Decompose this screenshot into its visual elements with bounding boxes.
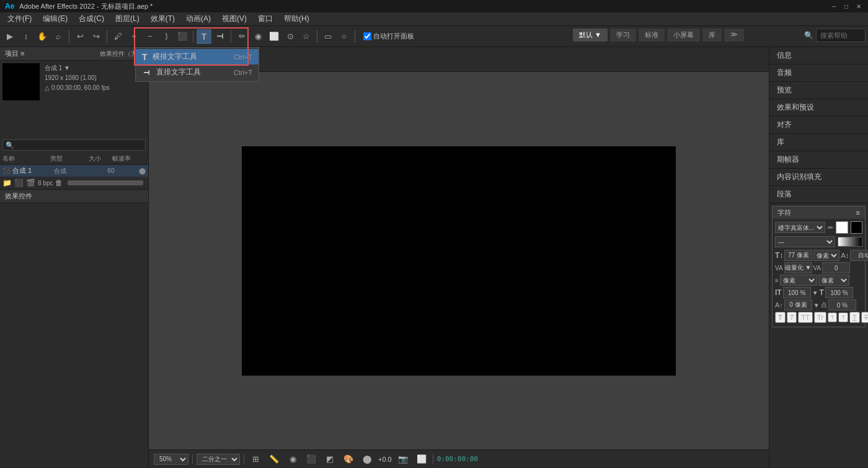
char-scaleh-dropdown[interactable]: ▼ (812, 289, 818, 296)
tool-shape-rect[interactable]: ▭ (321, 29, 335, 44)
tool-vert-text[interactable]: T (213, 29, 228, 44)
right-align[interactable]: 对齐 (769, 117, 868, 134)
char-btn-allcaps[interactable]: TT (798, 312, 812, 323)
auto-open-panel-label[interactable]: 自动打开面板 (363, 32, 414, 41)
project-row-comp1[interactable]: ⬛ 合成 1 合成 60 ⬤ (0, 165, 148, 177)
vc-btn-color[interactable]: 🎨 (341, 452, 356, 467)
menu-window[interactable]: 窗口 (253, 12, 278, 25)
char-font-select[interactable]: 楼字真富体... (775, 222, 825, 233)
proj-btn-footage[interactable]: 🎬 (26, 179, 35, 187)
char-track-input[interactable] (784, 262, 812, 273)
tool-shape-ellipse[interactable]: ○ (337, 29, 352, 44)
char-scalev-input[interactable] (825, 287, 853, 298)
char-btn-sub[interactable]: T (838, 312, 848, 322)
right-tracker[interactable]: 期帧器 (769, 151, 868, 169)
char-btn-smallcaps[interactable]: Tr (814, 312, 826, 323)
proj-btn-trash[interactable]: 🗑 (55, 179, 63, 187)
tool-stamp[interactable]: ◉ (250, 29, 265, 44)
vc-zoom-select[interactable]: 50% 100% 25% (154, 454, 188, 465)
ws-tab-default[interactable]: 默认 ▼ (573, 29, 608, 42)
ws-tab-learn[interactable]: 学习 (610, 29, 636, 42)
char-scaleh-input[interactable] (783, 287, 811, 298)
tool-convert[interactable]: ⟩ (159, 29, 174, 44)
char-size-unit[interactable]: 像素 (813, 250, 839, 261)
char-btn-strike[interactable]: T (861, 312, 868, 323)
tool-pen[interactable]: 🖊 (110, 29, 125, 44)
char-btn-underline[interactable]: T (849, 312, 860, 323)
tool-roto[interactable]: ⊙ (283, 29, 298, 44)
auto-open-panel-checkbox[interactable] (363, 32, 371, 40)
right-audio[interactable]: 音频 (769, 64, 868, 82)
ws-tab-library[interactable]: 库 (702, 29, 722, 42)
vc-btn-showtransparency[interactable]: ⬜ (414, 452, 429, 467)
proj-btn-folder[interactable]: 📁 (2, 179, 12, 187)
tool-puppet[interactable]: ☆ (299, 29, 314, 44)
tool-mask[interactable]: ⬛ (175, 29, 190, 44)
proj-btn-comp[interactable]: ⬛ (14, 179, 24, 187)
tool-brush[interactable]: ✏ (234, 29, 249, 44)
dropdown-vertical-text[interactable]: T 直排文字工具 Ctrl+T (136, 64, 259, 80)
close-button[interactable]: ✕ (854, 2, 863, 11)
right-content-aware[interactable]: 内容识别填充 (769, 169, 868, 186)
minimize-button[interactable]: ─ (830, 2, 838, 11)
char-color-fill[interactable] (836, 221, 848, 234)
char-indent-select[interactable]: 像素 (818, 275, 849, 286)
tool-eraser[interactable]: ⬜ (267, 29, 281, 44)
menu-help[interactable]: 帮助(H) (279, 12, 314, 25)
right-paragraph[interactable]: 段落 (769, 186, 868, 203)
project-row-rate: 60 (107, 167, 136, 174)
maximize-button[interactable]: □ (842, 2, 851, 11)
left-panel: 项目 ≡ 效果控件（无） 合成 1 ▼ 1920 x 1080 (1.00) △… (0, 47, 149, 468)
vc-btn-snapshot[interactable]: 📷 (396, 452, 410, 467)
ws-tab-small[interactable]: 小屏幕 (667, 29, 700, 42)
vc-btn-mask[interactable]: ◉ (285, 452, 300, 467)
vc-btn-alpha[interactable]: ◩ (322, 452, 337, 467)
menu-edit[interactable]: 编辑(E) (38, 12, 73, 25)
char-bshift-input[interactable] (784, 299, 812, 311)
tool-rotate[interactable]: ↩ (73, 29, 87, 44)
tool-redo[interactable]: ↪ (89, 29, 104, 44)
tool-select[interactable]: ▶ (2, 29, 17, 44)
dropdown-horizontal-text[interactable]: T 横排文字工具 Ctrl+T (136, 49, 259, 64)
menu-layer[interactable]: 图层(L) (110, 12, 144, 25)
char-pencil-icon[interactable]: ✏ (828, 224, 833, 232)
tool-hand[interactable]: ✋ (35, 29, 50, 44)
vc-quality-select[interactable]: 二分之一 完整 四分之一 (197, 454, 240, 465)
char-btn-bold[interactable]: T (775, 312, 786, 323)
vc-btn-ruler[interactable]: 📏 (267, 452, 281, 467)
right-library[interactable]: 库 (769, 134, 868, 151)
menu-animation[interactable]: 动画(A) (181, 12, 216, 25)
char-panel-menu[interactable]: ≡ (856, 209, 860, 216)
tool-text[interactable]: T (197, 29, 211, 44)
right-info[interactable]: 信息 (769, 47, 868, 64)
menu-comp[interactable]: 合成(C) (74, 12, 109, 25)
menu-view[interactable]: 视图(V) (217, 12, 252, 25)
char-leading-input[interactable] (850, 250, 868, 261)
right-panel: 信息 音频 预览 效果和预设 对齐 库 期帧器 内容识别填充 段落 字符 ≡ 楼… (769, 47, 868, 468)
project-search-input[interactable] (2, 139, 146, 151)
ws-tab-more[interactable]: ≫ (724, 29, 744, 42)
char-color-stroke[interactable] (851, 221, 863, 234)
tool-delvert[interactable]: − (143, 29, 157, 44)
char-kern-input[interactable] (822, 262, 850, 273)
tool-zoom[interactable]: ⌕ (51, 29, 66, 44)
char-size-input[interactable] (784, 250, 812, 261)
right-preview[interactable]: 预览 (769, 82, 868, 99)
char-tsume-input[interactable] (828, 299, 856, 311)
right-effects-presets[interactable]: 效果和预设 (769, 99, 868, 117)
search-input[interactable] (816, 29, 866, 42)
ws-tab-standard[interactable]: 标准 (639, 29, 665, 42)
tool-addvert[interactable]: + (126, 29, 141, 44)
vc-btn-dot[interactable]: ⬤ (360, 452, 374, 467)
vc-btn-render[interactable]: ⬛ (304, 452, 319, 467)
char-btn-italic[interactable]: T (787, 312, 797, 323)
char-baseline-select[interactable]: 像素 (780, 275, 817, 286)
tool-move[interactable]: ↕ (19, 29, 33, 44)
menu-file[interactable]: 文件(F) (2, 12, 37, 25)
char-tsume-dropdown[interactable]: ▼ (813, 302, 820, 309)
menu-effects[interactable]: 效果(T) (146, 12, 180, 25)
char-style-select[interactable]: — (775, 236, 835, 247)
char-btn-sup[interactable]: T (828, 312, 838, 322)
vc-btn-grid[interactable]: ⊞ (248, 452, 263, 467)
char-swatch-gradient[interactable] (838, 237, 862, 247)
